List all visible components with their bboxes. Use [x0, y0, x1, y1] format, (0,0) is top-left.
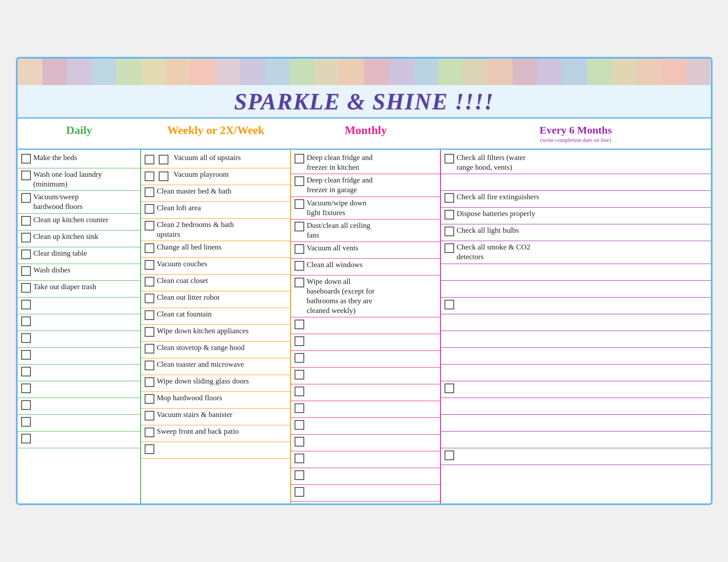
title-area: SPARKLE & SHINE !!!! [18, 85, 711, 119]
checkbox[interactable] [295, 244, 304, 254]
list-item-empty [441, 448, 711, 465]
checkbox[interactable] [295, 420, 304, 430]
checkbox[interactable] [145, 221, 154, 231]
list-item-empty [441, 174, 711, 191]
list-item-empty [18, 415, 140, 432]
checkbox[interactable] [21, 300, 31, 309]
checkbox[interactable] [145, 444, 154, 454]
checkbox[interactable] [21, 233, 31, 242]
list-item-empty [291, 468, 440, 485]
list-item: Dust/clean all ceilingfans [291, 220, 440, 242]
checkbox[interactable] [295, 470, 304, 480]
checkbox[interactable] [21, 350, 31, 360]
checkbox[interactable] [145, 204, 154, 214]
list-item-empty [291, 451, 440, 468]
checkbox[interactable] [295, 320, 304, 329]
list-item-empty [291, 317, 440, 334]
checkbox[interactable] [145, 428, 154, 437]
checkbox[interactable] [145, 260, 154, 270]
checkbox[interactable] [21, 193, 31, 203]
list-item: Vacuum all of upstairs [141, 152, 290, 168]
checkbox[interactable] [444, 383, 454, 393]
list-item: Vacuum/sweephardwood floors [18, 191, 140, 213]
checkbox[interactable] [444, 154, 454, 164]
checkbox[interactable] [21, 333, 31, 343]
list-item: Dispose batteries properly [441, 208, 711, 224]
checkbox[interactable] [444, 300, 454, 309]
checkbox[interactable] [295, 336, 304, 346]
checkbox[interactable] [159, 155, 168, 164]
checkbox[interactable] [21, 383, 31, 393]
checkbox[interactable] [145, 327, 154, 337]
list-item-empty [291, 351, 440, 368]
checkbox[interactable] [295, 176, 304, 186]
checkbox[interactable] [295, 199, 304, 209]
list-item: Clean 2 bedrooms & bathupstairs [141, 219, 290, 241]
checkbox[interactable] [145, 155, 154, 164]
list-item-empty [18, 432, 140, 448]
checkbox[interactable] [295, 278, 304, 287]
col-weekly: Vacuum all of upstairs Vacuum playroom C… [141, 150, 291, 503]
checkbox[interactable] [145, 310, 154, 320]
list-item: Clean up kitchen counter [18, 214, 140, 231]
checkbox[interactable] [21, 249, 31, 259]
checkbox[interactable] [444, 210, 454, 220]
list-item-empty [18, 298, 140, 314]
list-item-empty [291, 384, 440, 401]
checkbox[interactable] [444, 450, 454, 460]
checkbox[interactable] [295, 370, 304, 380]
checkbox[interactable] [444, 227, 454, 236]
list-item: Vacuum all vents [291, 242, 440, 259]
checkbox[interactable] [444, 193, 454, 203]
checkbox[interactable] [145, 394, 154, 404]
checkbox[interactable] [295, 387, 304, 396]
checkbox[interactable] [295, 353, 304, 363]
list-item: Check all filters (waterrange hood, vent… [441, 152, 711, 174]
checkbox[interactable] [21, 417, 31, 427]
checkbox[interactable] [145, 277, 154, 287]
list-item: Clean out litter robot [141, 291, 290, 308]
list-item-empty [18, 398, 140, 415]
list-item: Mop hardwood floors [141, 392, 290, 409]
checkbox[interactable] [295, 437, 304, 447]
checkbox[interactable] [145, 361, 154, 370]
list-item: Wipe down sliding glass doors [141, 375, 290, 392]
checkbox[interactable] [21, 367, 31, 376]
list-item: Deep clean fridge andfreezer in kitchen [291, 152, 440, 174]
checkbox[interactable] [295, 222, 304, 231]
list-item: Check all smoke & CO2detectors [441, 241, 711, 264]
checkbox[interactable] [21, 400, 31, 410]
checkbox[interactable] [444, 243, 454, 253]
checkbox[interactable] [295, 454, 304, 463]
checkbox[interactable] [21, 216, 31, 226]
list-item-empty [441, 314, 711, 331]
checkbox[interactable] [21, 283, 31, 293]
main-content: Make the beds Wash one load laundry(mini… [18, 150, 711, 503]
checkbox[interactable] [21, 266, 31, 276]
list-item-empty [441, 381, 711, 398]
checkbox[interactable] [295, 154, 304, 164]
checkbox[interactable] [145, 171, 154, 181]
checkbox[interactable] [295, 403, 304, 413]
checkbox[interactable] [21, 154, 31, 164]
checkbox[interactable] [145, 294, 154, 303]
list-item-empty [291, 368, 440, 384]
checkbox[interactable] [295, 261, 304, 271]
checkbox[interactable] [145, 411, 154, 421]
list-item-empty [441, 264, 711, 281]
col-daily: Make the beds Wash one load laundry(mini… [18, 150, 141, 503]
list-item: Vacuum/wipe downlight fixtures [291, 197, 440, 220]
checkbox[interactable] [145, 243, 154, 253]
checkbox[interactable] [21, 316, 31, 326]
list-item: Vacuum couches [141, 258, 290, 275]
checkbox[interactable] [21, 171, 31, 180]
list-item-empty [18, 348, 140, 365]
checkbox[interactable] [295, 487, 304, 497]
checkbox[interactable] [159, 171, 168, 181]
list-item: Clear dining table [18, 247, 140, 264]
checkbox[interactable] [21, 434, 31, 443]
checkbox[interactable] [145, 377, 154, 387]
list-item: Change all bed linens [141, 241, 290, 258]
checkbox[interactable] [145, 187, 154, 197]
checkbox[interactable] [145, 344, 154, 354]
